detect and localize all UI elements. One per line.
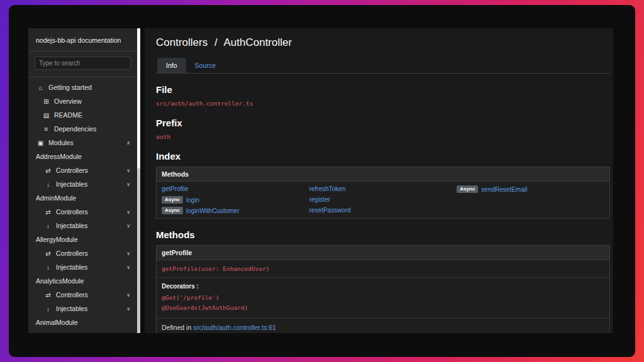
method-signature-code: getProfile(user: EnhancedUser) bbox=[162, 265, 604, 272]
main-content: Controllers / AuthController Info Source… bbox=[145, 28, 613, 333]
sidebar-item-label: Dependencies bbox=[54, 125, 96, 133]
injectable-icon: ↓ bbox=[44, 264, 52, 271]
sidebar-item-getting-started[interactable]: ⌂Getting started bbox=[28, 80, 137, 94]
prefix-heading: Prefix bbox=[156, 118, 613, 128]
sidebar-item-controllers[interactable]: ⇄Controllers∨ bbox=[28, 246, 137, 260]
methods-heading: Methods bbox=[156, 229, 613, 240]
tab-info[interactable]: Info bbox=[157, 58, 186, 73]
sidebar-item-readme[interactable]: ▤README bbox=[28, 108, 137, 122]
sidebar-item-injectables[interactable]: ↓Injectables∨ bbox=[28, 177, 137, 191]
decorator-code: @UseGuards(JwtAuthGuard) bbox=[162, 303, 604, 313]
index-cell: getProfile bbox=[162, 185, 309, 193]
search-input[interactable] bbox=[35, 57, 131, 70]
index-cell bbox=[457, 196, 604, 204]
sidebar-item-adminmodule[interactable]: AdminModule bbox=[28, 191, 137, 205]
sidebar-item-injectables[interactable]: ↓Injectables∨ bbox=[28, 302, 137, 315]
prefix-code: auth bbox=[156, 133, 613, 140]
method-link-sendResetEmail[interactable]: sendResetEmail bbox=[481, 185, 527, 192]
book-icon: ▤ bbox=[42, 112, 50, 119]
search-wrap bbox=[28, 52, 137, 77]
sidebar-item-addressmodule[interactable]: AddressModule bbox=[28, 150, 137, 163]
index-row: Asyncloginregister bbox=[157, 194, 609, 205]
sidebar-item-allergymodule[interactable]: AllergyModule bbox=[28, 233, 137, 246]
sidebar-item-dependencies[interactable]: ≡Dependencies bbox=[28, 122, 137, 136]
sidebar-scrollbar-thumb[interactable] bbox=[137, 28, 140, 168]
chevron-up-icon: ∧ bbox=[126, 140, 130, 146]
method-link-register[interactable]: register bbox=[309, 196, 330, 203]
index-cell: refreshToken bbox=[309, 185, 457, 193]
breadcrumb-parent: Controllers bbox=[156, 36, 208, 48]
sidebar-item-controllers[interactable]: ⇄Controllers∨ bbox=[28, 163, 137, 177]
controllers-icon: ⇄ bbox=[44, 167, 52, 174]
sidebar-item-label: Controllers bbox=[56, 250, 88, 257]
chevron-down-icon: ∨ bbox=[126, 182, 130, 187]
sidebar-item-injectables[interactable]: ↓Injectables∨ bbox=[28, 219, 137, 233]
doc-title: nodejs-bb-api documentation bbox=[28, 28, 137, 52]
chevron-down-icon: ∨ bbox=[126, 223, 130, 229]
sidebar-item-label: README bbox=[54, 111, 82, 119]
file-heading: File bbox=[156, 84, 613, 95]
injectable-icon: ↓ bbox=[44, 305, 52, 312]
chevron-down-icon: ∨ bbox=[126, 292, 130, 298]
method-link-getProfile[interactable]: getProfile bbox=[162, 185, 188, 192]
sidebar-item-controllers[interactable]: ⇄Controllers∨ bbox=[28, 205, 137, 219]
method-link-resetPassword[interactable]: resetPassword bbox=[309, 207, 351, 214]
gradient-frame: nodejs-bb-api documentation ⌂Getting sta… bbox=[0, 0, 644, 362]
method-link-login[interactable]: login bbox=[186, 196, 199, 203]
index-row: AsyncloginWithCustomerresetPassword bbox=[157, 205, 609, 216]
breadcrumb: Controllers / AuthController bbox=[156, 36, 613, 49]
sidebar-item-label: Controllers bbox=[56, 208, 88, 216]
grid-icon: ⊞ bbox=[42, 98, 50, 105]
index-card-title: Methods bbox=[157, 167, 609, 182]
app-window: nodejs-bb-api documentation ⌂Getting sta… bbox=[9, 5, 635, 357]
sidebar-scrollbar[interactable] bbox=[137, 28, 140, 333]
index-cell: Asynclogin bbox=[162, 196, 309, 204]
method-name: getProfile bbox=[157, 246, 609, 260]
index-cell: register bbox=[309, 196, 457, 204]
method-link-loginWithCustomer[interactable]: loginWithCustomer bbox=[186, 207, 239, 214]
method-link-refreshToken[interactable]: refreshToken bbox=[309, 185, 346, 192]
async-badge: Async bbox=[162, 207, 183, 214]
injectable-icon: ↓ bbox=[44, 181, 52, 188]
defined-in-row: Defined in src/auth/auth.controller.ts:6… bbox=[157, 319, 609, 333]
sidebar-item-controllers[interactable]: ⇄Controllers∨ bbox=[28, 288, 137, 302]
index-cell: resetPassword bbox=[309, 207, 457, 214]
sidebar-item-label: Overview bbox=[54, 97, 82, 105]
breadcrumb-separator: / bbox=[214, 36, 218, 48]
index-row: getProfilerefreshTokenAsyncsendResetEmai… bbox=[157, 184, 609, 194]
home-icon: ⌂ bbox=[36, 84, 45, 91]
sidebar-item-animalmodule[interactable]: AnimalModule bbox=[28, 315, 137, 329]
injectable-icon: ↓ bbox=[44, 222, 52, 229]
async-badge: Async bbox=[162, 196, 183, 204]
sidebar-item-label: Modules bbox=[48, 139, 74, 146]
sidebar-item-label: Controllers bbox=[56, 291, 88, 299]
sidebar-item-controllers[interactable]: ⇄Controllers∨ bbox=[28, 329, 137, 333]
sidebar-item-modules[interactable]: ▣Modules∧ bbox=[28, 136, 137, 150]
sidebar-item-label: AddressModule bbox=[36, 153, 82, 160]
sidebar-item-label: Getting started bbox=[48, 84, 92, 91]
list-icon: ≡ bbox=[42, 126, 50, 133]
chevron-down-icon: ∨ bbox=[126, 265, 130, 270]
index-cell: AsyncloginWithCustomer bbox=[162, 207, 309, 214]
sidebar-item-label: Controllers bbox=[56, 167, 88, 174]
controllers-icon: ⇄ bbox=[44, 292, 52, 299]
sidebar-item-injectables[interactable]: ↓Injectables∨ bbox=[28, 260, 137, 274]
index-heading: Index bbox=[156, 151, 613, 162]
index-methods-table: getProfilerefreshTokenAsyncsendResetEmai… bbox=[157, 182, 609, 218]
index-cell: AsyncsendResetEmail bbox=[457, 185, 604, 193]
controllers-icon: ⇄ bbox=[44, 333, 52, 334]
sidebar-item-label: AdminModule bbox=[36, 194, 76, 202]
box-icon: ▣ bbox=[36, 140, 45, 146]
sidebar-item-overview[interactable]: ⊞Overview bbox=[28, 94, 137, 108]
sidebar-item-analyticsmodule[interactable]: AnalyticsModule bbox=[28, 274, 137, 288]
decorator-code: @Get('/profile') bbox=[162, 293, 604, 303]
sidebar-item-label: AnimalModule bbox=[36, 319, 78, 326]
sidebar-item-label: Injectables bbox=[56, 263, 87, 271]
tab-source[interactable]: Source bbox=[186, 58, 225, 73]
sidebar-item-label: Injectables bbox=[56, 222, 87, 229]
chevron-down-icon: ∨ bbox=[126, 306, 130, 312]
file-path-code: src/auth/auth.controller.ts bbox=[156, 100, 613, 107]
defined-in-link[interactable]: src/auth/auth.controller.ts:61 bbox=[193, 324, 276, 331]
controllers-icon: ⇄ bbox=[44, 209, 52, 216]
chevron-down-icon: ∨ bbox=[126, 209, 130, 215]
